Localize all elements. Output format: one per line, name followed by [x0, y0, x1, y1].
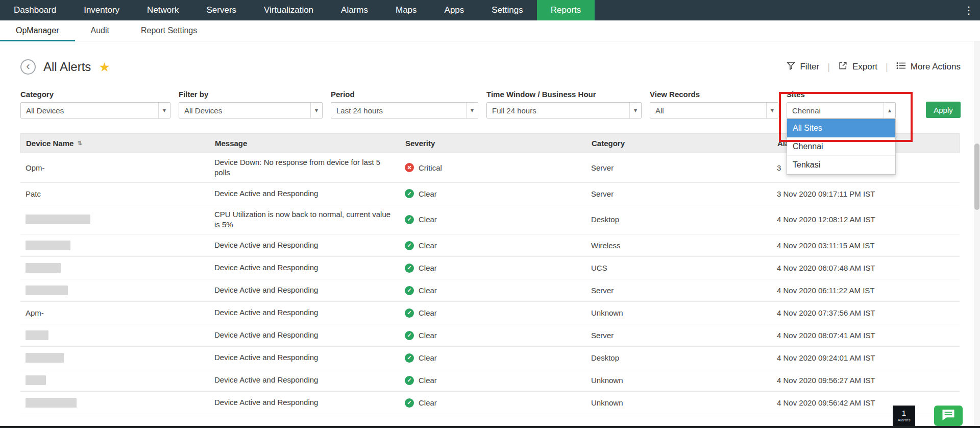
column-header-label: Message [215, 139, 247, 148]
column-header-device-name[interactable]: Device Name⇅ [21, 139, 215, 148]
nav-item-reports[interactable]: Reports [537, 0, 595, 20]
alarm-time-cell: 4 Nov 2020 03:11:15 AM IST [777, 237, 960, 254]
alarm-time-cell: 4 Nov 2020 09:56:27 AM IST [777, 372, 960, 389]
nav-item-inventory[interactable]: Inventory [70, 0, 133, 20]
caret-down-icon: ▾ [310, 103, 322, 118]
severity-label: Clear [419, 398, 437, 407]
filter-label-view-records: View Records [650, 90, 778, 99]
column-header-category[interactable]: Category [592, 139, 777, 148]
dropdown-option-chennai[interactable]: Chennai [787, 137, 895, 156]
table-row: Apm-Device Active and Responding✓ClearUn… [20, 302, 960, 324]
header-actions: Filter | Export | More Actions [787, 61, 961, 73]
filter-select-time-window-business-hour[interactable]: Full 24 hours▾ [486, 102, 642, 118]
filter-select-period[interactable]: Last 24 hours▾ [331, 102, 478, 118]
nav-item-settings[interactable]: Settings [478, 0, 536, 20]
nav-item-maps[interactable]: Maps [382, 0, 431, 20]
favorite-star-icon[interactable]: ★ [99, 60, 110, 75]
column-header-label: Severity [405, 139, 435, 148]
nav-item-apps[interactable]: Apps [431, 0, 478, 20]
back-button[interactable]: ‹ [20, 59, 36, 75]
nav-item-servers[interactable]: Servers [192, 0, 250, 20]
alarm-count-label: Alarms [898, 418, 911, 422]
sub-nav-items: OpManagerAuditReport Settings [0, 20, 213, 41]
category-cell: Unknown [591, 372, 777, 389]
nav-item-virtualization[interactable]: Virtualization [250, 0, 327, 20]
filter-group-time-window-business-hour: Time Window / Business HourFull 24 hours… [486, 90, 642, 118]
severity-label: Critical [419, 163, 442, 172]
device-name-cell [20, 236, 214, 254]
chat-button[interactable] [934, 406, 963, 426]
alarm-time-cell: 3 Nov 2020 09:17:11 PM IST [777, 185, 960, 202]
alarm-count-badge[interactable]: 1 Alarms [893, 406, 915, 426]
alarm-time-cell: 4 Nov 2020 09:24:01 AM IST [777, 349, 960, 366]
clear-icon: ✓ [405, 398, 414, 408]
filter-select-filter-by[interactable]: All Devices▾ [179, 102, 323, 118]
sub-nav-item-audit[interactable]: Audit [75, 20, 125, 41]
device-name: Apm- [26, 308, 44, 317]
clear-icon: ✓ [405, 286, 414, 295]
category-cell: Desktop [591, 211, 777, 228]
table-row: Device Active and Responding✓ClearUCS4 N… [20, 257, 960, 279]
alarm-time-cell: 4 Nov 2020 06:07:48 AM IST [777, 259, 960, 276]
select-value: Last 24 hours [336, 106, 383, 115]
scrollbar-track[interactable] [974, 41, 980, 426]
table-row: Device Active and Responding✓ClearServer… [20, 279, 960, 302]
category-cell: Unknown [591, 304, 777, 321]
severity-cell: ✓Clear [405, 237, 591, 254]
filter-select-sites[interactable]: Chennai▴ [787, 102, 896, 118]
nav-item-dashboard[interactable]: Dashboard [0, 0, 70, 20]
caret-up-icon: ▴ [884, 103, 895, 118]
category-cell: Wireless [591, 237, 777, 254]
redacted-device-name [26, 375, 46, 385]
message-cell: Device Active and Responding [214, 236, 393, 254]
filter-label-category: Category [20, 90, 170, 99]
dropdown-option-all-sites[interactable]: All Sites [787, 119, 895, 137]
nav-item-network[interactable]: Network [133, 0, 192, 20]
category-cell: Server [591, 327, 777, 344]
filter-select-category[interactable]: All Devices▾ [20, 102, 170, 118]
sub-nav-item-report-settings[interactable]: Report Settings [125, 20, 213, 41]
top-nav: DashboardInventoryNetworkServersVirtuali… [0, 0, 980, 20]
severity-label: Clear [419, 331, 437, 340]
filter-select-view-records[interactable]: All▾ [650, 102, 778, 118]
sub-nav: OpManagerAuditReport Settings [0, 20, 980, 41]
more-actions-button[interactable]: More Actions [896, 62, 961, 72]
clear-icon: ✓ [405, 376, 414, 385]
overflow-menu-icon[interactable]: ⋮ [964, 0, 974, 20]
redacted-device-name [26, 353, 64, 363]
redacted-device-name [26, 263, 61, 273]
filter-group-period: PeriodLast 24 hours▾ [331, 90, 478, 118]
column-header-severity[interactable]: Severity [405, 139, 592, 148]
clear-icon: ✓ [405, 264, 414, 273]
redacted-device-name [26, 241, 70, 250]
message-cell: Device Active and Responding [214, 371, 393, 389]
severity-cell: ✕Critical [405, 159, 591, 176]
alarm-time-cell: 4 Nov 2020 06:11:22 AM IST [777, 282, 960, 299]
filter-group-filter-by: Filter byAll Devices▾ [179, 90, 323, 118]
dropdown-option-tenkasi[interactable]: Tenkasi [787, 156, 895, 174]
apply-button[interactable]: Apply [926, 102, 961, 118]
severity-cell: ✓Clear [405, 211, 591, 228]
device-name-cell [20, 349, 214, 367]
alarm-time-cell: 4 Nov 2020 08:07:41 AM IST [777, 327, 960, 344]
export-button[interactable]: Export [838, 61, 877, 73]
nav-item-alarms[interactable]: Alarms [327, 0, 382, 20]
clear-icon: ✓ [405, 215, 414, 224]
table-row: Device Active and Responding✓ClearDeskto… [20, 347, 960, 369]
sort-icon[interactable]: ⇅ [77, 140, 82, 147]
filter-label-period: Period [331, 90, 478, 99]
sites-dropdown-list: All SitesChennaiTenkasi [787, 118, 896, 175]
severity-label: Clear [419, 189, 437, 198]
bullet-list-icon [896, 62, 906, 72]
redacted-device-name [26, 330, 48, 340]
column-header-message[interactable]: Message [215, 139, 405, 148]
filter-button[interactable]: Filter [787, 61, 819, 73]
severity-label: Clear [419, 241, 437, 250]
device-name-cell [20, 281, 214, 299]
device-name-cell [20, 394, 214, 412]
scrollbar-thumb[interactable] [974, 144, 979, 210]
severity-cell: ✓Clear [405, 304, 591, 322]
message-cell: Device Active and Responding [214, 303, 393, 322]
sub-nav-item-opmanager[interactable]: OpManager [0, 20, 75, 41]
severity-cell: ✓Clear [405, 349, 591, 367]
